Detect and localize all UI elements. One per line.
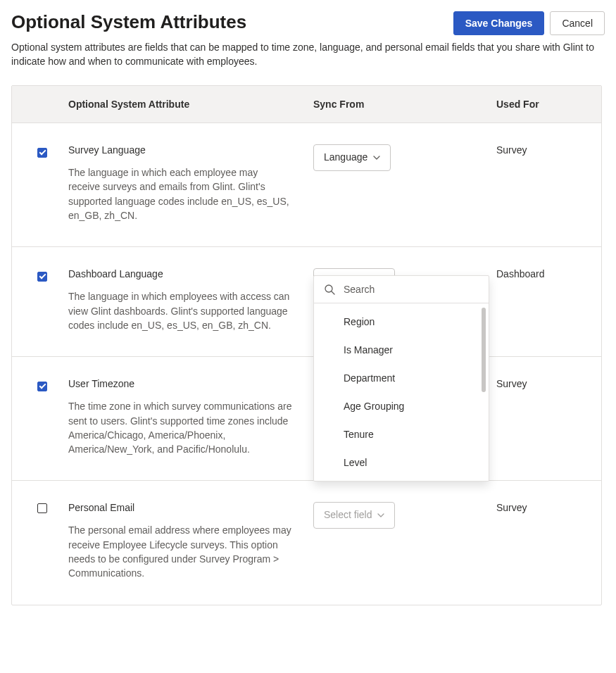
sync-from-select[interactable]: Language — [313, 144, 391, 171]
search-icon — [324, 284, 335, 295]
attribute-description: The language in which employees with acc… — [68, 289, 292, 332]
used-for-value: Survey — [496, 502, 601, 580]
row-checkbox[interactable] — [37, 272, 47, 282]
dropdown-option[interactable]: Tenure — [314, 420, 489, 448]
sync-from-select: Select field — [313, 502, 395, 529]
table-header-row: Optional System Attribute Sync From Used… — [12, 86, 601, 123]
attribute-title: Dashboard Language — [68, 268, 292, 279]
save-changes-button[interactable]: Save Changes — [453, 11, 545, 35]
table-row: Dashboard LanguageThe language in which … — [12, 247, 601, 357]
sync-from-dropdown: RegionIs ManagerDepartmentAge GroupingTe… — [313, 275, 489, 482]
column-header-used-for: Used For — [496, 99, 601, 110]
dropdown-option[interactable]: Region — [314, 308, 489, 336]
attribute-title: User Timezone — [68, 378, 292, 389]
svg-line-1 — [332, 291, 334, 294]
used-for-value: Dashboard — [496, 268, 601, 332]
dropdown-scrollbar[interactable] — [482, 308, 486, 392]
select-label: Select field — [324, 508, 372, 522]
row-checkbox[interactable] — [37, 503, 47, 513]
attribute-description: The time zone in which survey communicat… — [68, 399, 292, 456]
attribute-description: The personal email address where employe… — [68, 523, 292, 580]
dropdown-search-input[interactable] — [342, 283, 479, 296]
header-actions: Save Changes Cancel — [453, 11, 605, 35]
chevron-down-icon — [373, 154, 380, 161]
dropdown-option[interactable]: Age Grouping — [314, 392, 489, 420]
cancel-button[interactable]: Cancel — [550, 11, 605, 35]
dropdown-option[interactable]: Department — [314, 364, 489, 392]
page-description: Optional system attributes are fields th… — [11, 41, 596, 68]
dropdown-option[interactable]: Is Manager — [314, 336, 489, 364]
attributes-table: Optional System Attribute Sync From Used… — [11, 85, 602, 605]
attribute-title: Personal Email — [68, 502, 292, 513]
chevron-down-icon — [377, 512, 384, 519]
column-header-attribute: Optional System Attribute — [68, 99, 313, 110]
row-checkbox[interactable] — [37, 382, 47, 391]
page-title: Optional System Attributes — [11, 11, 246, 33]
attribute-description: The language in which each employee may … — [68, 165, 292, 222]
used-for-value: Survey — [496, 378, 601, 456]
attribute-title: Survey Language — [68, 144, 292, 156]
select-label: Language — [324, 151, 367, 165]
table-row: Survey LanguageThe language in which eac… — [12, 123, 601, 247]
table-row: User TimezoneThe time zone in which surv… — [12, 357, 601, 481]
used-for-value: Survey — [496, 144, 601, 222]
table-row: Personal EmailThe personal email address… — [12, 481, 601, 604]
dropdown-option[interactable]: Level — [314, 448, 489, 477]
row-checkbox[interactable] — [37, 148, 47, 158]
svg-point-0 — [325, 285, 332, 292]
column-header-sync-from: Sync From — [313, 99, 496, 110]
